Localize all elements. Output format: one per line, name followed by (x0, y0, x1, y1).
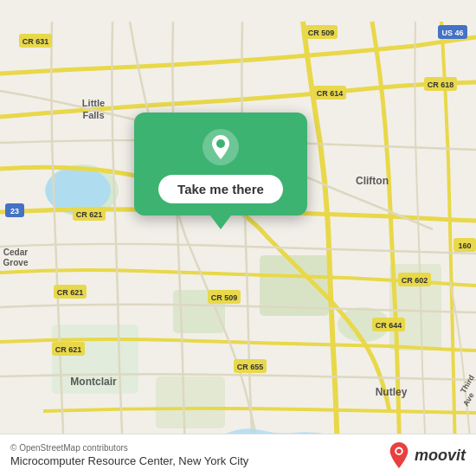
map-container: CR 631 CR 509 US 46 CR 614 CR 618 CR 621… (0, 0, 476, 476)
svg-text:Nutley: Nutley (376, 386, 408, 398)
take-me-there-button[interactable]: Take me there (158, 175, 283, 203)
svg-text:CR 621: CR 621 (76, 210, 103, 219)
svg-text:CR 644: CR 644 (376, 321, 402, 330)
svg-text:CR 655: CR 655 (237, 363, 264, 371)
svg-text:CR 602: CR 602 (402, 276, 428, 285)
svg-text:CR 509: CR 509 (211, 293, 238, 302)
svg-text:CR 631: CR 631 (23, 37, 49, 46)
moovit-logo: moovit (387, 441, 466, 469)
location-label: Microcomputer Resource Center, New York … (10, 454, 248, 467)
svg-text:23: 23 (10, 207, 19, 215)
svg-text:Cedar: Cedar (3, 248, 28, 257)
svg-text:Montclair: Montclair (70, 376, 117, 388)
svg-text:Clifton: Clifton (356, 175, 389, 187)
svg-text:CR 621: CR 621 (57, 288, 84, 297)
svg-rect-6 (156, 376, 225, 428)
map-svg: CR 631 CR 509 US 46 CR 614 CR 618 CR 621… (0, 0, 476, 476)
map-background: CR 631 CR 509 US 46 CR 614 CR 618 CR 621… (0, 0, 476, 476)
svg-text:CR 614: CR 614 (317, 89, 344, 98)
svg-text:Little: Little (82, 98, 105, 108)
bottom-left-info: © OpenStreetMap contributors Microcomput… (10, 443, 248, 467)
moovit-text: moovit (415, 447, 466, 465)
svg-text:CR 618: CR 618 (428, 80, 454, 89)
svg-text:US 46: US 46 (441, 29, 463, 37)
svg-text:Grove: Grove (3, 258, 29, 267)
bottom-bar: © OpenStreetMap contributors Microcomput… (0, 434, 476, 476)
svg-text:160: 160 (458, 241, 471, 250)
svg-text:CR 509: CR 509 (308, 29, 335, 37)
popup-card: Take me there (134, 113, 307, 215)
location-pin-icon (202, 128, 240, 166)
svg-text:Falls: Falls (82, 110, 104, 120)
svg-point-49 (396, 448, 402, 453)
osm-attribution: © OpenStreetMap contributors (10, 443, 248, 453)
moovit-pin-icon (387, 441, 411, 469)
svg-text:CR 621: CR 621 (55, 345, 82, 354)
svg-point-47 (216, 139, 225, 148)
